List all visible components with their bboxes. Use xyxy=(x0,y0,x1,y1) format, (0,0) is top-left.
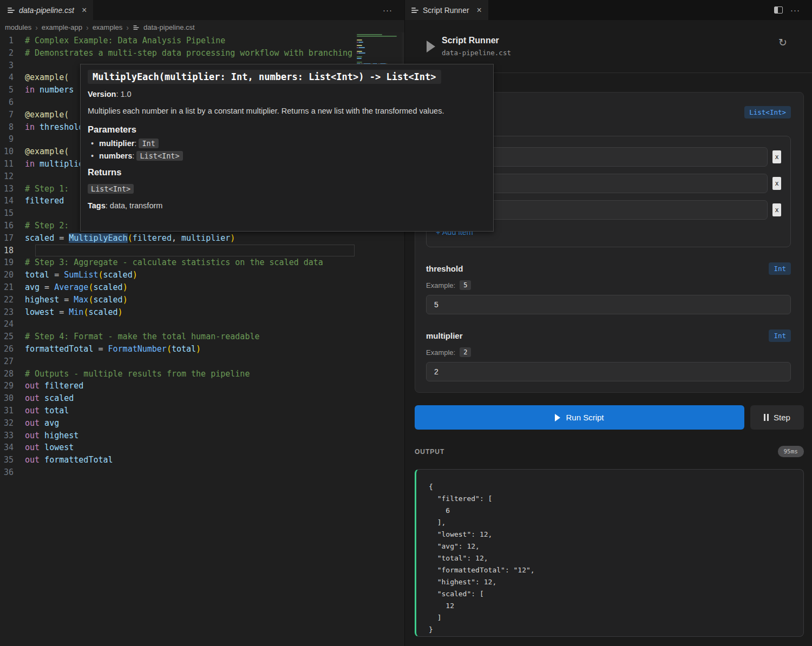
output-result-box: { "filtered": [ 6 ], "lowest": 12, "avg"… xyxy=(415,469,804,637)
line-number: 34 xyxy=(0,441,25,454)
code-line[interactable]: 29out filtered xyxy=(0,380,404,392)
line-number: 15 xyxy=(0,207,25,220)
panel-more-icon[interactable]: ··· xyxy=(790,5,800,15)
tooltip-returns-heading: Returns xyxy=(88,167,486,177)
file-list-icon xyxy=(8,8,15,13)
code-line[interactable]: 2# Demonstrates a multi-step data proces… xyxy=(0,47,404,60)
code-line[interactable]: 1# Complex Example: Data Analysis Pipeli… xyxy=(0,35,404,47)
code-line[interactable]: 28# Outputs - multiple results from the … xyxy=(0,368,404,380)
runner-tabbar: Script Runner × ··· xyxy=(405,0,812,20)
tooltip-parameter-list: multiplier: Intnumbers: List<Int> xyxy=(88,139,486,160)
line-number: 21 xyxy=(0,281,25,294)
step-button[interactable]: Step xyxy=(750,405,804,430)
code-line[interactable]: 32out avg xyxy=(0,417,404,430)
line-number: 14 xyxy=(0,195,25,207)
line-number: 28 xyxy=(0,368,25,380)
remove-item-button[interactable]: x xyxy=(772,177,781,190)
current-line-highlight xyxy=(35,245,355,257)
line-number: 24 xyxy=(0,318,25,331)
breadcrumb-separator: › xyxy=(126,23,129,32)
play-icon xyxy=(427,41,435,52)
script-icon xyxy=(411,8,418,13)
code-line[interactable]: 19# Step 3: Aggregate - calculate statis… xyxy=(0,256,404,269)
breadcrumb-item[interactable]: modules xyxy=(5,23,31,31)
code-line[interactable]: 26formattedTotal = FormatNumber(total) xyxy=(0,343,404,355)
line-number: 33 xyxy=(0,430,25,442)
code-line[interactable]: 18 xyxy=(0,245,404,257)
remove-item-button[interactable]: x xyxy=(772,203,781,216)
tooltip-parameters-heading: Parameters xyxy=(88,124,486,135)
threshold-input[interactable] xyxy=(426,295,791,314)
line-number: 7 xyxy=(0,109,25,121)
line-number: 18 xyxy=(0,245,25,257)
refresh-icon[interactable]: ↻ xyxy=(778,36,787,49)
code-line[interactable]: 36 xyxy=(0,466,404,479)
threshold-example: Example: 5 xyxy=(426,280,791,290)
threshold-type-badge: Int xyxy=(769,262,791,275)
line-number: 32 xyxy=(0,417,25,430)
tooltip-version: Version: 1.0 xyxy=(88,90,486,98)
tab-script-runner[interactable]: Script Runner × xyxy=(405,0,488,20)
code-line[interactable]: 27 xyxy=(0,355,404,368)
line-number: 29 xyxy=(0,380,25,392)
multiplier-example: Example: 2 xyxy=(426,347,791,357)
line-number: 17 xyxy=(0,232,25,245)
tab-data-pipeline[interactable]: data-pipeline.cst × xyxy=(0,0,93,20)
output-json: { "filtered": [ 6 ], "lowest": 12, "avg"… xyxy=(416,470,803,636)
breadcrumb-item[interactable]: example-app xyxy=(42,23,82,31)
runner-tab-close-icon[interactable]: × xyxy=(477,6,482,15)
code-line[interactable]: 23lowest = Min(scaled) xyxy=(0,306,404,319)
tooltip-signature: MultiplyEach(multiplier: Int, numbers: L… xyxy=(88,70,441,84)
breadcrumb-separator: › xyxy=(86,23,89,32)
numbers-type-badge: List<Int> xyxy=(744,106,791,118)
line-number: 30 xyxy=(0,392,25,405)
line-number: 20 xyxy=(0,269,25,281)
remove-item-button[interactable]: x xyxy=(772,150,781,163)
runner-title: Script Runner xyxy=(442,36,499,45)
editor-more-icon[interactable]: ··· xyxy=(383,5,392,15)
code-line[interactable]: 20total = SumList(scaled) xyxy=(0,269,404,281)
line-number: 19 xyxy=(0,256,25,269)
code-line[interactable]: 33out highest xyxy=(0,430,404,442)
runner-tab-title: Script Runner xyxy=(423,6,469,15)
line-number: 16 xyxy=(0,220,25,232)
tooltip-tags: Tags: data, transform xyxy=(88,201,486,210)
code-line[interactable]: 25# Step 4: Format - make the total huma… xyxy=(0,331,404,343)
line-number: 13 xyxy=(0,183,25,195)
code-line[interactable]: 21avg = Average(scaled) xyxy=(0,281,404,294)
line-number: 3 xyxy=(0,60,25,72)
code-line[interactable]: 22highest = Max(scaled) xyxy=(0,294,404,306)
tooltip-returns-type: List<Int> xyxy=(88,184,134,194)
code-line[interactable]: 31out total xyxy=(0,405,404,417)
run-script-button[interactable]: Run Script xyxy=(415,405,744,430)
code-line[interactable]: 35out formattedTotal xyxy=(0,454,404,466)
line-number: 6 xyxy=(0,96,25,109)
line-number: 22 xyxy=(0,294,25,306)
output-section-label: OUTPUT xyxy=(415,448,444,456)
run-play-icon xyxy=(555,414,560,421)
hover-tooltip: MultiplyEach(multiplier: Int, numbers: L… xyxy=(80,64,494,232)
line-number: 23 xyxy=(0,306,25,319)
threshold-label: threshold xyxy=(426,264,463,273)
code-line[interactable]: 30out scaled xyxy=(0,392,404,405)
line-number: 5 xyxy=(0,84,25,96)
line-number: 9 xyxy=(0,133,25,146)
breadcrumb: modules›example-app›examples›data-pipeli… xyxy=(0,20,404,35)
multiplier-field-group: multiplier Int Example: 2 xyxy=(426,328,791,381)
code-line[interactable]: 34out lowest xyxy=(0,441,404,454)
breadcrumb-item[interactable]: examples xyxy=(93,23,123,31)
line-number: 25 xyxy=(0,331,25,343)
split-editor-icon[interactable] xyxy=(774,6,783,14)
breadcrumb-item[interactable]: data-pipeline.cst xyxy=(143,23,195,31)
multiplier-input[interactable] xyxy=(426,362,791,381)
multiplier-label: multiplier xyxy=(426,331,463,340)
line-number: 27 xyxy=(0,355,25,368)
tab-close-icon[interactable]: × xyxy=(82,6,87,15)
threshold-field-group: threshold Int Example: 5 xyxy=(426,261,791,314)
line-number: 12 xyxy=(0,170,25,183)
code-line[interactable]: 17scaled = MultiplyEach(filtered, multip… xyxy=(0,232,404,245)
tab-title: data-pipeline.cst xyxy=(19,6,74,15)
tooltip-parameter: multiplier: Int xyxy=(91,139,486,148)
line-number: 1 xyxy=(0,35,25,47)
code-line[interactable]: 24 xyxy=(0,318,404,331)
